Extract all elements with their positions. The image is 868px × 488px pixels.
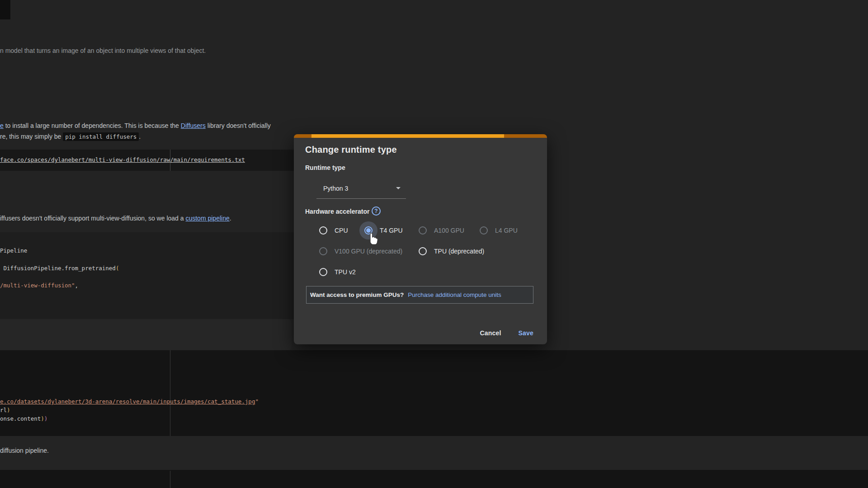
markdown-paragraph-2: iffusers doesn't officially support mult… bbox=[0, 213, 231, 224]
help-icon[interactable]: ? bbox=[372, 206, 381, 216]
indent-guide bbox=[170, 350, 170, 436]
purchase-compute-units-link[interactable]: Purchase additional compute units bbox=[408, 291, 501, 298]
radio-label: V100 GPU (deprecated) bbox=[335, 248, 402, 255]
indent-guide bbox=[170, 471, 170, 488]
premium-gpu-banner: Want access to premium GPUs? Purchase ad… bbox=[306, 286, 533, 304]
hardware-accelerator-label: Hardware accelerator bbox=[305, 208, 369, 215]
runtime-type-select[interactable]: Python 3 bbox=[316, 178, 406, 199]
save-button[interactable]: Save bbox=[513, 326, 539, 340]
radio-icon bbox=[419, 226, 427, 235]
radio-circle bbox=[319, 226, 327, 235]
radio-icon bbox=[480, 226, 488, 235]
code-line: onse.content)) bbox=[0, 415, 47, 422]
markdown-intro-line: n model that turns an image of an object… bbox=[0, 45, 206, 56]
cell-toolbar-band bbox=[0, 319, 292, 350]
radio-option-l4-gpu: L4 GPU bbox=[475, 226, 536, 235]
radio-icon[interactable] bbox=[319, 268, 327, 276]
image-fetch-code-cell[interactable]: e.co/datasets/dylanebert/3d-arena/resolv… bbox=[0, 350, 868, 436]
progress-active-segment bbox=[311, 134, 504, 138]
markdown-band: diffusion pipeline. bbox=[0, 436, 868, 470]
bottom-edge-code-cell[interactable] bbox=[0, 470, 868, 488]
indeterminate-progress-bar bbox=[294, 134, 547, 138]
custom-pipeline-link[interactable]: custom pipeline bbox=[185, 215, 229, 222]
scrolled-cell-fragment bbox=[0, 0, 10, 19]
radio-icon[interactable] bbox=[364, 226, 373, 235]
page: { "theme": { "accent": "#8ab4f8", "progr… bbox=[0, 0, 868, 488]
dialog-button-row: Cancel Save bbox=[294, 324, 547, 342]
requirements-url[interactable]: face.co/spaces/dylanebert/multi-view-dif… bbox=[0, 156, 245, 163]
radio-option-tpu-deprecated[interactable]: TPU (deprecated) bbox=[414, 247, 475, 255]
cut-link[interactable]: e bbox=[0, 122, 4, 129]
progress-track-segment bbox=[504, 134, 547, 138]
radio-icon[interactable] bbox=[319, 226, 327, 235]
radio-label: CPU bbox=[335, 227, 348, 234]
progress-track-segment bbox=[294, 134, 311, 138]
code-line: DiffusionPipeline.from_pretrained( bbox=[0, 265, 119, 272]
radio-label: TPU v2 bbox=[335, 268, 356, 276]
radio-option-a100-gpu: A100 GPU bbox=[414, 226, 475, 235]
code-line: rl) bbox=[0, 407, 10, 413]
radio-circle bbox=[319, 247, 327, 255]
radio-circle bbox=[419, 226, 427, 235]
cancel-button[interactable]: Cancel bbox=[474, 326, 506, 340]
banner-text: Want access to premium GPUs? bbox=[310, 291, 404, 298]
chevron-down-icon bbox=[396, 187, 401, 189]
runtime-type-value: Python 3 bbox=[323, 185, 348, 192]
requirements-code-cell[interactable]: face.co/spaces/dylanebert/multi-view-dif… bbox=[0, 150, 294, 171]
dialog-title: Change runtime type bbox=[305, 145, 397, 155]
pipeline-code-cell[interactable]: Pipeline DiffusionPipeline.from_pretrain… bbox=[0, 232, 294, 319]
radio-label: TPU (deprecated) bbox=[434, 248, 484, 255]
radio-icon bbox=[319, 247, 327, 255]
radio-label: T4 GPU bbox=[380, 227, 403, 234]
radio-icon[interactable] bbox=[419, 247, 427, 255]
radio-label: A100 GPU bbox=[434, 227, 464, 234]
radio-option-v100-gpu-deprecated: V100 GPU (deprecated) bbox=[315, 247, 414, 255]
code-line: e.co/datasets/dylanebert/3d-arena/resolv… bbox=[0, 398, 259, 405]
radio-circle bbox=[319, 268, 327, 276]
code-line: Pipeline bbox=[0, 247, 27, 254]
radio-circle bbox=[364, 226, 373, 235]
code-line: /multi-view-diffusion", bbox=[0, 282, 78, 289]
change-runtime-type-dialog: Change runtime type Runtime type Python … bbox=[294, 134, 547, 344]
radio-option-cpu[interactable]: CPU bbox=[315, 226, 360, 235]
hardware-options-grid: CPUT4 GPUA100 GPUL4 GPUV100 GPU (depreca… bbox=[315, 220, 536, 282]
runtime-type-label: Runtime type bbox=[305, 164, 345, 171]
inline-code-chip: pip install diffusers bbox=[63, 132, 139, 141]
radio-circle bbox=[480, 226, 488, 235]
indent-guide bbox=[170, 150, 170, 171]
radio-option-tpu-v2[interactable]: TPU v2 bbox=[315, 268, 360, 276]
markdown-bottom-line: diffusion pipeline. bbox=[0, 445, 49, 456]
paragraph-line-1: e to install a large number of dependenc… bbox=[0, 120, 271, 131]
paragraph-line-2: re, this may simply be pip install diffu… bbox=[0, 131, 271, 142]
radio-circle bbox=[419, 247, 427, 255]
markdown-paragraph: e to install a large number of dependenc… bbox=[0, 120, 271, 142]
radio-label: L4 GPU bbox=[495, 227, 518, 234]
diffusers-link[interactable]: Diffusers bbox=[181, 122, 206, 129]
radio-option-t4-gpu[interactable]: T4 GPU bbox=[360, 226, 414, 235]
